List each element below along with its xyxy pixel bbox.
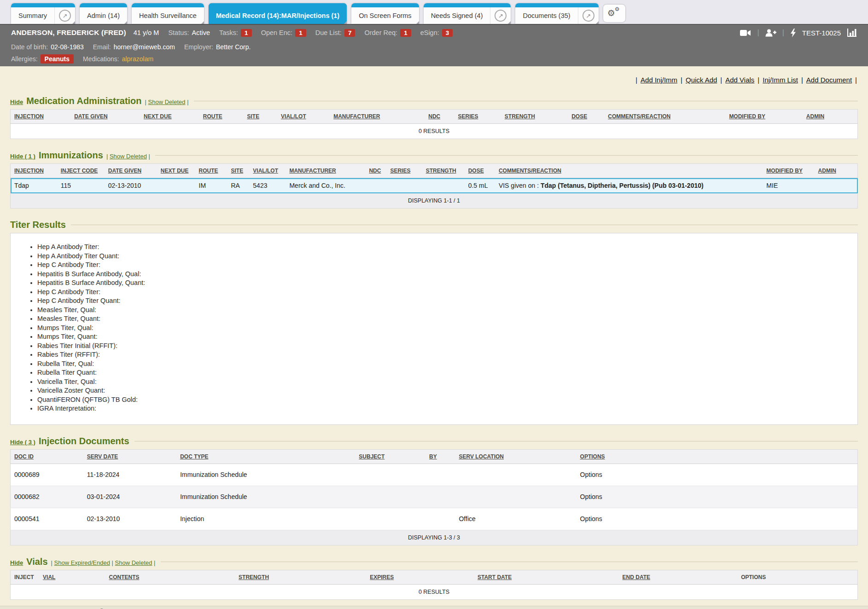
hide-vials-link[interactable]: Hide	[10, 559, 23, 566]
email-label: Email:	[93, 43, 111, 51]
tab-documents-35[interactable]: Documents (35)↗	[515, 3, 598, 24]
column-header-modified-by[interactable]: MODIFIED BY	[766, 168, 803, 174]
column-header-serv-location[interactable]: SERV LOCATION	[459, 453, 504, 460]
show-expired-ended-link[interactable]: Show Expired/Ended	[54, 559, 110, 566]
gear-icon[interactable]: ⚙⚙	[603, 5, 625, 22]
column-header-doc-id[interactable]: DOC ID	[14, 453, 34, 460]
tab-admin-14[interactable]: Admin (14)	[80, 3, 127, 24]
due-list-count-badge[interactable]: 7	[344, 29, 355, 37]
cell-comments-reaction: VIS given on : Tdap (Tetanus, Diptheria,…	[495, 178, 763, 193]
column-header-manufacturer[interactable]: MANUFACTURER	[333, 113, 380, 120]
column-header-options[interactable]: OPTIONS	[580, 453, 605, 460]
patient-name: ANDERSON, FREDERICK (FRED)	[11, 29, 126, 37]
column-header-subject[interactable]: SUBJECT	[359, 453, 384, 460]
column-header-vial-lot[interactable]: VIAL/LOT	[253, 168, 278, 174]
order-req-count-badge[interactable]: 1	[400, 29, 411, 37]
cell-manufacturer: Merck and Co., Inc.	[285, 178, 365, 193]
column-header-date-given[interactable]: DATE GIVEN	[108, 168, 141, 174]
open-in-new-window-icon[interactable]: ↗	[578, 7, 599, 24]
divider: |	[757, 29, 759, 37]
allergy-chip[interactable]: Peanuts	[41, 54, 74, 64]
show-deleted-link[interactable]: Show Deleted	[115, 559, 152, 566]
column-header-injection[interactable]: INJECTION	[14, 113, 44, 120]
open-in-new-window-icon[interactable]: ↗	[490, 7, 511, 24]
tab-medical-record-14-mar-injections-1[interactable]: Medical Record (14):MAR/Injections (1)	[209, 3, 347, 24]
column-header-start-date[interactable]: START DATE	[478, 574, 512, 580]
tab-on-screen-forms[interactable]: On Screen Forms	[351, 3, 419, 24]
column-header-strength[interactable]: STRENGTH	[426, 168, 456, 174]
add-person-icon[interactable]	[765, 29, 776, 37]
column-header-date-given[interactable]: DATE GIVEN	[74, 113, 107, 120]
inj-imm-list-link[interactable]: Inj/Imm List	[763, 76, 798, 84]
column-header-strength[interactable]: STRENGTH	[239, 574, 269, 580]
hide-injection-documents-link[interactable]: Hide ( 3 )	[10, 439, 35, 446]
add-inj-imm-link[interactable]: Add Inj/Imm	[641, 76, 677, 84]
cell-strength	[422, 178, 465, 193]
column-header-contents[interactable]: CONTENTS	[109, 574, 140, 580]
video-camera-icon[interactable]	[740, 29, 751, 36]
column-header-by[interactable]: BY	[429, 453, 437, 460]
column-header-doc-type[interactable]: DOC TYPE	[180, 453, 208, 460]
table-row[interactable]: 000068203-01-2024Immunization ScheduleOp…	[11, 486, 858, 508]
vials-title: Vials	[26, 557, 47, 567]
column-header-strength[interactable]: STRENGTH	[505, 113, 535, 120]
displaying-row: DISPLAYING 1-3 / 3	[11, 530, 858, 545]
show-deleted-link[interactable]: Show Deleted	[110, 153, 147, 160]
cell-options[interactable]: Options	[577, 486, 858, 508]
column-header-end-date[interactable]: END DATE	[623, 574, 650, 580]
open-enc-count-badge[interactable]: 1	[295, 29, 306, 37]
column-header-ndc[interactable]: NDC	[428, 113, 440, 120]
table-row[interactable]: 000054102-13-2010InjectionOfficeOptions	[11, 508, 858, 530]
column-header-site[interactable]: SITE	[231, 168, 244, 174]
hide-medication-administration-link[interactable]: Hide	[10, 99, 23, 105]
column-header-serv-date[interactable]: SERV DATE	[87, 453, 118, 460]
medications-label: Medications:	[83, 55, 119, 63]
column-header-series[interactable]: SERIES	[390, 168, 410, 174]
titer-item: Hep A Antibody Titer Quant:	[37, 252, 857, 261]
table-row[interactable]: 000068911-18-2024Immunization ScheduleOp…	[11, 464, 858, 486]
cell-options[interactable]: Options	[577, 508, 858, 530]
esign-count-badge[interactable]: 3	[442, 29, 453, 37]
column-header-vial-lot[interactable]: VIAL/LOT	[281, 113, 306, 120]
chart-icon[interactable]	[847, 29, 857, 37]
tab-summary[interactable]: Summary↗	[11, 3, 75, 24]
column-header-comments-reaction[interactable]: COMMENTS/REACTION	[499, 168, 561, 174]
medications-value[interactable]: alprazolam	[122, 55, 153, 63]
show-deleted-link[interactable]: Show Deleted	[148, 99, 186, 105]
column-header-dose[interactable]: DOSE	[468, 168, 484, 174]
column-header-route[interactable]: ROUTE	[199, 168, 218, 174]
column-header-admin[interactable]: ADMIN	[806, 113, 824, 120]
column-header-route[interactable]: ROUTE	[203, 113, 222, 120]
hide-immunizations-link[interactable]: Hide ( 1 )	[10, 153, 35, 160]
column-header-ndc[interactable]: NDC	[369, 168, 381, 174]
lightning-icon[interactable]	[790, 29, 796, 37]
tab-needs-signed-4[interactable]: Needs Signed (4)↗	[424, 3, 511, 24]
column-header-comments-reaction[interactable]: COMMENTS/REACTION	[608, 113, 670, 120]
table-header-row: DOC IDSERV DATEDOC TYPESUBJECTBYSERV LOC…	[11, 449, 858, 464]
titer-item: Hepatitis B Surface Antibody, Quant:	[37, 278, 857, 288]
tab-health-surveillance[interactable]: Health Surveillance	[132, 3, 204, 24]
divider: |	[681, 76, 682, 84]
column-header-series[interactable]: SERIES	[458, 113, 478, 120]
open-in-new-window-icon[interactable]: ↗	[54, 7, 75, 24]
tasks-count-badge[interactable]: 1	[241, 29, 252, 37]
cell-doc-type: Injection	[176, 508, 355, 530]
column-header-site[interactable]: SITE	[247, 113, 259, 120]
patient-age-sex: 41 y/o M	[134, 29, 159, 36]
add-vials-link[interactable]: Add Vials	[725, 76, 754, 84]
column-header-dose[interactable]: DOSE	[571, 113, 587, 120]
column-header-expires[interactable]: EXPIRES	[370, 574, 394, 580]
add-document-link[interactable]: Add Document	[806, 76, 852, 84]
table-row[interactable]: Tdap11502-13-2010IMRA5423Merck and Co., …	[11, 178, 858, 193]
titer-results-header: Titer Results	[10, 220, 858, 230]
cell-options[interactable]: Options	[577, 464, 858, 486]
column-header-vial[interactable]: VIAL	[43, 574, 55, 580]
column-header-next-due[interactable]: NEXT DUE	[161, 168, 189, 174]
column-header-inject-code[interactable]: INJECT CODE	[61, 168, 98, 174]
column-header-admin[interactable]: ADMIN	[818, 168, 836, 174]
column-header-injection[interactable]: INJECTION	[14, 168, 44, 174]
quick-add-link[interactable]: Quick Add	[686, 76, 717, 84]
column-header-next-due[interactable]: NEXT DUE	[144, 113, 172, 120]
column-header-manufacturer[interactable]: MANUFACTURER	[289, 168, 336, 174]
column-header-modified-by[interactable]: MODIFIED BY	[729, 113, 765, 120]
